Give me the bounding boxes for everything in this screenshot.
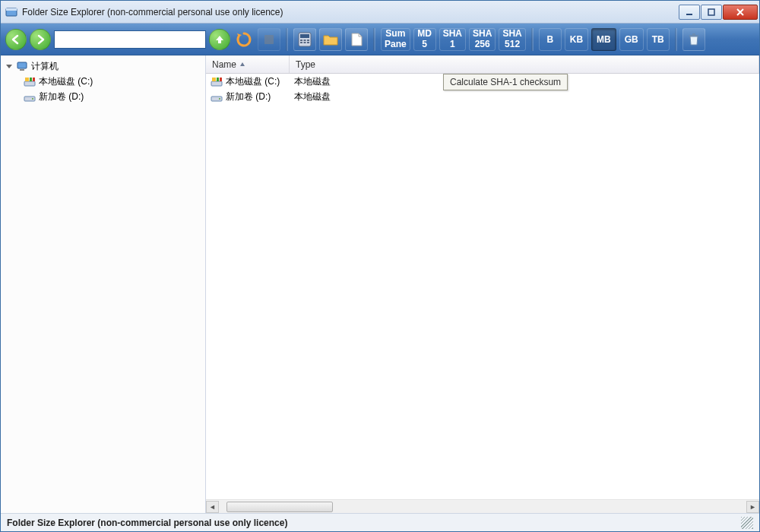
- svg-rect-10: [300, 42, 302, 43]
- column-headers: Name Type: [206, 55, 759, 74]
- unit-tb-button[interactable]: TB: [647, 28, 670, 51]
- scroll-left-icon[interactable]: ◄: [206, 501, 219, 513]
- toolbar-separator: [373, 28, 375, 51]
- svg-rect-8: [304, 40, 306, 41]
- folder-tree[interactable]: 计算机 本地磁盘 (C:) 新加卷 (D:): [1, 55, 206, 513]
- column-header-name[interactable]: Name: [206, 55, 290, 73]
- svg-rect-26: [220, 78, 222, 81]
- window-controls: [679, 5, 758, 20]
- svg-rect-12: [307, 42, 309, 43]
- app-window: Folder Size Explorer (non-commercial per…: [0, 0, 760, 532]
- tree-label: 本地磁盘 (C:): [39, 75, 93, 88]
- svg-rect-4: [264, 35, 274, 44]
- sha512-button[interactable]: SHA512: [499, 28, 525, 51]
- svg-rect-13: [689, 35, 698, 36]
- list-item[interactable]: 新加卷 (D:) 本地磁盘: [206, 89, 759, 104]
- svg-point-28: [219, 98, 220, 100]
- toolbar-separator: [531, 28, 534, 51]
- scroll-thumb[interactable]: [226, 502, 333, 512]
- stop-button[interactable]: [258, 28, 280, 51]
- close-button[interactable]: [723, 5, 758, 20]
- tree-label: 计算机: [31, 60, 59, 73]
- unit-mb-button[interactable]: MB: [591, 28, 616, 51]
- address-input[interactable]: [54, 30, 206, 49]
- toolbar: SumPane MD5 SHA1 SHA256 SHA512 B KB MB G…: [1, 24, 759, 55]
- svg-rect-20: [33, 78, 35, 81]
- folder-button[interactable]: [319, 28, 342, 51]
- svg-point-22: [32, 98, 33, 100]
- unit-gb-button[interactable]: GB: [619, 28, 644, 51]
- drive-icon: [24, 75, 36, 87]
- file-button[interactable]: [345, 28, 368, 51]
- file-list-panel: Name Type 本地磁盘 (C:) 本地磁盘 新加卷 (D:) 本地磁盘 C…: [206, 55, 759, 513]
- drive-icon: [211, 90, 223, 103]
- scroll-track[interactable]: [219, 501, 746, 513]
- minimize-button[interactable]: [679, 5, 700, 20]
- toolbar-separator: [286, 28, 288, 51]
- column-header-type[interactable]: Type: [290, 55, 759, 73]
- svg-rect-24: [212, 78, 216, 81]
- forward-button[interactable]: [30, 29, 51, 50]
- computer-icon: [16, 60, 28, 72]
- unit-kb-button[interactable]: KB: [565, 28, 588, 51]
- tree-label: 新加卷 (D:): [39, 90, 84, 103]
- sha256-button[interactable]: SHA256: [469, 28, 496, 51]
- up-button[interactable]: [209, 29, 230, 50]
- tooltip: Calculate SHA-1 checksum: [443, 74, 568, 90]
- file-rows[interactable]: 本地磁盘 (C:) 本地磁盘 新加卷 (D:) 本地磁盘 Calculate S…: [206, 74, 759, 499]
- sha1-button[interactable]: SHA1: [439, 28, 466, 51]
- statusbar: Folder Size Explorer (non-commercial per…: [1, 513, 759, 531]
- drive-icon: [24, 90, 36, 103]
- svg-rect-18: [25, 78, 29, 81]
- window-title: Folder Size Explorer (non-commercial per…: [22, 7, 679, 17]
- svg-rect-1: [6, 8, 17, 11]
- svg-rect-17: [24, 81, 35, 86]
- titlebar[interactable]: Folder Size Explorer (non-commercial per…: [1, 1, 759, 24]
- content-area: 计算机 本地磁盘 (C:) 新加卷 (D:) Name Type: [1, 55, 759, 513]
- svg-rect-15: [17, 62, 27, 68]
- svg-rect-16: [20, 69, 24, 71]
- svg-rect-25: [217, 78, 219, 81]
- drive-icon: [211, 75, 223, 87]
- horizontal-scrollbar[interactable]: ◄ ►: [206, 499, 759, 513]
- resize-grip-icon[interactable]: [741, 517, 753, 529]
- tree-item-drive-c[interactable]: 本地磁盘 (C:): [2, 74, 204, 89]
- svg-rect-19: [30, 78, 32, 81]
- sort-asc-icon: [239, 62, 245, 68]
- svg-rect-2: [686, 14, 692, 15]
- app-icon: [5, 6, 17, 18]
- tree-item-drive-d[interactable]: 新加卷 (D:): [2, 89, 204, 104]
- svg-rect-14: [692, 33, 695, 35]
- svg-rect-7: [300, 40, 302, 41]
- recycle-bin-button[interactable]: [682, 28, 705, 51]
- svg-rect-6: [300, 34, 309, 38]
- status-text: Folder Size Explorer (non-commercial per…: [7, 518, 287, 528]
- svg-rect-3: [708, 9, 714, 15]
- scroll-right-icon[interactable]: ►: [746, 501, 759, 513]
- svg-rect-9: [307, 40, 309, 41]
- md5-button[interactable]: MD5: [413, 28, 436, 51]
- toolbar-separator: [675, 28, 677, 51]
- back-button[interactable]: [5, 29, 27, 50]
- svg-rect-23: [211, 81, 222, 86]
- calculator-button[interactable]: [293, 28, 316, 51]
- svg-rect-11: [304, 42, 306, 43]
- unit-b-button[interactable]: B: [539, 28, 562, 51]
- maximize-button[interactable]: [701, 5, 722, 20]
- sum-pane-button[interactable]: SumPane: [381, 28, 410, 51]
- refresh-button[interactable]: [233, 29, 255, 50]
- collapse-icon[interactable]: [5, 62, 13, 70]
- tree-root-computer[interactable]: 计算机: [2, 59, 204, 74]
